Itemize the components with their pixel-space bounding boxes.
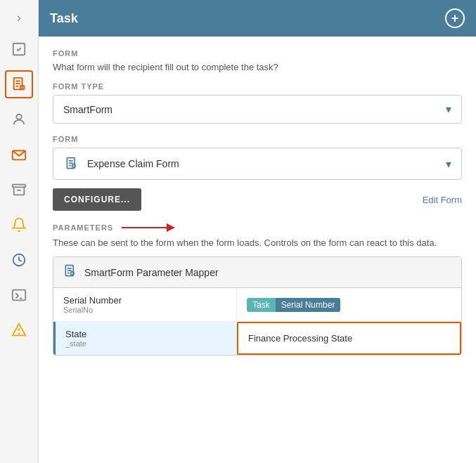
parameters-arrow-icon bbox=[122, 222, 178, 233]
mapper-row2-value: Finance Processing State bbox=[248, 333, 352, 344]
svg-point-14 bbox=[19, 333, 20, 334]
form-type-chevron-icon: ▾ bbox=[446, 103, 451, 116]
header-title: Task bbox=[50, 11, 78, 26]
mapper-header: SmartForm Parameter Mapper bbox=[53, 257, 461, 288]
mapper-cell-left-serial: Serial Number SerialNo bbox=[53, 288, 237, 321]
tag-serial-number: Serial Number bbox=[276, 298, 341, 312]
edit-form-link[interactable]: Edit Form bbox=[423, 195, 462, 205]
main-panel: Task + FORM What form will the recipient… bbox=[39, 0, 476, 463]
form-section-desc: What form will the recipient fill out to… bbox=[53, 62, 462, 72]
sidebar-item-forms[interactable] bbox=[5, 70, 33, 98]
form-type-value: SmartForm bbox=[63, 104, 112, 115]
mapper-row1-title: Serial Number bbox=[63, 295, 226, 306]
header-add-button[interactable]: + bbox=[445, 8, 465, 28]
sidebar-item-terminal[interactable] bbox=[5, 281, 33, 309]
svg-rect-11 bbox=[13, 290, 25, 301]
form-type-label: FORM TYPE bbox=[53, 82, 462, 91]
form-select-label: FORM bbox=[53, 135, 462, 143]
svg-rect-26 bbox=[71, 272, 74, 275]
svg-point-6 bbox=[16, 115, 21, 119]
configure-button[interactable]: CONFIGURE... bbox=[53, 188, 141, 211]
header: Task + bbox=[39, 0, 476, 37]
mapper-container: SmartForm Parameter Mapper Serial Number… bbox=[53, 256, 462, 356]
table-row: State _state Finance Processing State bbox=[53, 322, 461, 355]
svg-rect-19 bbox=[72, 164, 75, 167]
form-selector-dropdown[interactable]: Expense Claim Form ▾ bbox=[53, 148, 462, 180]
mapper-cell-right-state: Finance Processing State bbox=[237, 322, 461, 355]
sidebar: › bbox=[0, 0, 39, 463]
sidebar-item-mail[interactable] bbox=[5, 141, 33, 169]
form-selected-value: Expense Claim Form bbox=[87, 158, 179, 169]
parameters-header: PARAMETERS bbox=[53, 222, 462, 233]
mapper-row2-title: State bbox=[65, 329, 226, 339]
mapper-row1-subtitle: SerialNo bbox=[63, 306, 226, 314]
parameters-desc: These can be sent to the form when the f… bbox=[53, 237, 462, 248]
parameters-label: PARAMETERS bbox=[53, 223, 113, 232]
mapper-cell-left-state: State _state bbox=[53, 322, 237, 355]
tag-task: Task bbox=[247, 298, 276, 312]
tag-group-serial: Task Serial Number bbox=[247, 298, 340, 312]
sidebar-item-bell[interactable] bbox=[5, 211, 33, 239]
svg-rect-8 bbox=[13, 185, 25, 188]
table-row: Serial Number SerialNo Task Serial Numbe… bbox=[53, 288, 461, 322]
sidebar-item-archive[interactable] bbox=[5, 176, 33, 204]
mapper-row2-subtitle: _state bbox=[65, 339, 226, 348]
form-doc-icon bbox=[63, 155, 80, 172]
form-type-dropdown[interactable]: SmartForm ▾ bbox=[53, 95, 462, 124]
configure-row: CONFIGURE... Edit Form bbox=[53, 188, 462, 211]
form-section-label: FORM bbox=[53, 49, 462, 58]
content-area: FORM What form will the recipient fill o… bbox=[39, 37, 476, 463]
sidebar-item-clock[interactable] bbox=[5, 246, 33, 274]
sidebar-item-tasks[interactable] bbox=[5, 35, 33, 63]
mapper-cell-right-serial: Task Serial Number bbox=[237, 288, 461, 321]
sidebar-item-warning[interactable] bbox=[5, 316, 33, 344]
form-selector-chevron-icon: ▾ bbox=[446, 157, 451, 171]
sidebar-item-users[interactable] bbox=[5, 105, 33, 133]
form-selector-left: Expense Claim Form bbox=[63, 155, 179, 172]
mapper-header-icon bbox=[63, 264, 77, 280]
sidebar-toggle[interactable]: › bbox=[8, 7, 30, 28]
mapper-header-title: SmartForm Parameter Mapper bbox=[84, 267, 219, 278]
